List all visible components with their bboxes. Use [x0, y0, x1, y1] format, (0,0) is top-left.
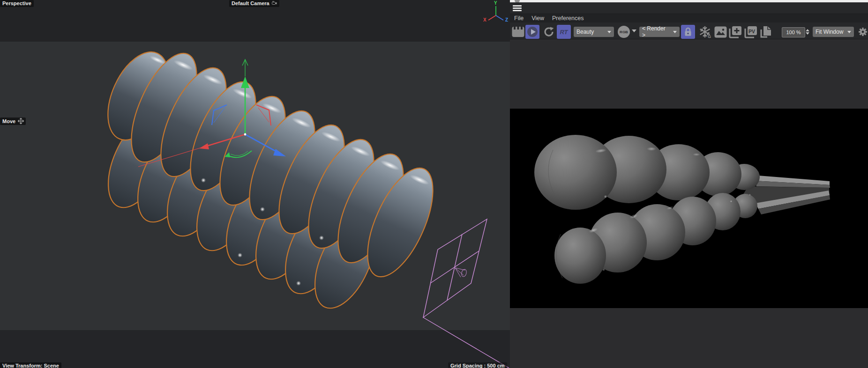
copy-image-icon[interactable] [760, 26, 772, 38]
rt-toggle-label: RT [560, 29, 568, 36]
render-source-dropdown[interactable]: < Render > [639, 27, 680, 37]
gizmo-origin[interactable] [244, 133, 247, 136]
render-source-value: < Render > [642, 25, 669, 38]
spinner-up-icon[interactable] [806, 29, 809, 31]
pass-dropdown-value: Beauty [576, 29, 594, 35]
chevron-down-icon [607, 31, 611, 33]
camera-settings-icon[interactable] [272, 1, 277, 6]
menu-file[interactable]: File [514, 15, 524, 22]
chevron-down-icon [847, 31, 851, 33]
pass-dropdown[interactable]: Beauty [574, 27, 614, 37]
rgb-channel-button[interactable]: RGB [618, 26, 630, 38]
active-tool-text: Move [2, 118, 15, 124]
image-icon[interactable] [714, 26, 727, 38]
status-view-transform-text: View Transform: Scene [2, 363, 59, 368]
fit-window-dropdown[interactable]: Fit Window [813, 27, 854, 37]
axis-x-label: X [483, 17, 486, 22]
menu-view[interactable]: View [531, 15, 544, 22]
viewport-scene [0, 0, 510, 368]
zoom-spinner[interactable] [806, 27, 809, 37]
svg-text:G: G [708, 34, 711, 38]
picture-viewer-icon[interactable]: PV [744, 26, 757, 38]
view-name-text: Perspective [2, 0, 31, 6]
snowflake-icon[interactable]: G [698, 25, 712, 38]
refresh-icon[interactable] [543, 26, 555, 38]
axis-z-label: Z [505, 17, 508, 22]
plane-wireframe[interactable] [423, 219, 509, 368]
rendered-image [510, 109, 868, 308]
zoom-value: 100 % [786, 29, 801, 35]
status-view-transform: View Transform: Scene [0, 362, 61, 368]
render-view-menubar: File View Preferences [510, 14, 868, 22]
view-axis-indicator [488, 6, 503, 20]
render-view-padding [510, 39, 868, 109]
camera-name-menu[interactable]: Default Camera [229, 0, 279, 7]
axis-y-label: Y [494, 0, 497, 6]
play-icon[interactable] [525, 25, 539, 39]
gear-icon[interactable] [858, 26, 868, 37]
move-cross-icon [18, 118, 24, 124]
status-grid-spacing: Grid Spacing : 500 cm [448, 362, 507, 368]
add-image-icon[interactable] [729, 26, 742, 38]
view-name-menu[interactable]: Perspective [0, 0, 34, 7]
normal-cone-icon [455, 268, 467, 277]
render-view-footer [510, 308, 868, 368]
chevron-down-icon [632, 29, 636, 32]
active-tool-hint: Move [0, 118, 26, 125]
fit-window-value: Fit Window [816, 29, 843, 35]
spinner-down-icon[interactable] [806, 32, 809, 35]
film-icon[interactable] [512, 26, 524, 38]
zoom-input[interactable]: 100 % [782, 27, 805, 37]
render-view-titlebar [510, 2, 868, 14]
viewport-3d[interactable]: Y X Z Perspective Default Camera Move Vi… [0, 0, 510, 368]
rt-toggle[interactable]: RT [557, 25, 571, 39]
camera-name-text: Default Camera [232, 0, 269, 6]
channel-dropdown-arrow[interactable] [632, 29, 636, 32]
status-grid-spacing-text: Grid Spacing : 500 cm [450, 363, 505, 368]
chevron-down-icon [673, 31, 677, 33]
menu-preferences[interactable]: Preferences [552, 15, 584, 22]
lock-icon[interactable] [681, 25, 695, 39]
svg-text:PV: PV [748, 29, 755, 34]
hamburger-menu-icon[interactable] [513, 5, 522, 12]
rgb-channel-label: RGB [620, 30, 628, 34]
